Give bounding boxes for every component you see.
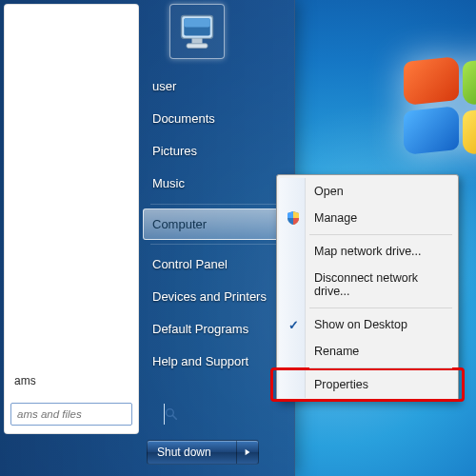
svg-rect-4 bbox=[187, 44, 208, 49]
sidebar-item-pictures[interactable]: Pictures bbox=[143, 135, 286, 168]
separator bbox=[150, 204, 278, 205]
user-picture-frame[interactable] bbox=[169, 4, 225, 59]
windows-logo-icon bbox=[404, 59, 476, 173]
all-programs-link[interactable]: ams bbox=[5, 368, 138, 393]
context-menu-item-show-on-desktop[interactable]: Show on Desktop✓ bbox=[279, 311, 456, 338]
svg-rect-2 bbox=[184, 18, 210, 27]
context-menu-item-properties[interactable]: Properties bbox=[279, 371, 456, 398]
sidebar-item-music[interactable]: Music bbox=[143, 168, 286, 200]
sidebar-item-devices-and-printers[interactable]: Devices and Printers bbox=[143, 281, 286, 313]
start-menu: ams userDocumentsPicturesMusic Computer … bbox=[0, 0, 295, 476]
context-menu-separator bbox=[309, 307, 452, 308]
shutdown-split-button: Shut down bbox=[147, 440, 259, 465]
svg-rect-3 bbox=[192, 38, 203, 43]
sidebar-item-documents[interactable]: Documents bbox=[143, 103, 286, 135]
context-menu-item-disconnect-network-drive[interactable]: Disconnect network drive... bbox=[279, 265, 456, 305]
sidebar-item-default-programs[interactable]: Default Programs bbox=[143, 313, 286, 346]
computer-monitor-icon bbox=[176, 10, 218, 52]
computer-context-menu: OpenManageMap network drive...Disconnect… bbox=[276, 174, 459, 402]
magnifier-icon bbox=[165, 407, 178, 421]
check-icon: ✓ bbox=[288, 318, 299, 332]
separator bbox=[150, 244, 278, 245]
context-menu-separator bbox=[309, 367, 452, 368]
context-menu-item-rename[interactable]: Rename bbox=[279, 338, 456, 365]
sidebar-item-computer[interactable]: Computer bbox=[143, 208, 286, 240]
context-menu-separator bbox=[309, 234, 452, 235]
shutdown-options-button[interactable] bbox=[237, 441, 258, 464]
start-menu-places-panel: userDocumentsPicturesMusic Computer Cont… bbox=[143, 70, 286, 378]
search-input[interactable] bbox=[11, 404, 164, 425]
svg-line-6 bbox=[172, 415, 176, 419]
sidebar-item-control-panel[interactable]: Control Panel bbox=[143, 248, 286, 281]
triangle-right-icon bbox=[244, 448, 251, 456]
context-menu-item-map-network-drive[interactable]: Map network drive... bbox=[279, 238, 456, 265]
context-menu-item-manage[interactable]: Manage bbox=[279, 205, 456, 231]
shutdown-button[interactable]: Shut down bbox=[148, 441, 237, 464]
start-menu-programs-panel: ams bbox=[4, 4, 139, 434]
sidebar-item-user[interactable]: user bbox=[143, 70, 286, 103]
context-menu-item-open[interactable]: Open bbox=[279, 178, 456, 205]
sidebar-item-help-and-support[interactable]: Help and Support bbox=[143, 346, 286, 378]
shield-icon bbox=[286, 210, 301, 226]
start-menu-search bbox=[10, 403, 132, 426]
search-button[interactable] bbox=[164, 404, 178, 425]
